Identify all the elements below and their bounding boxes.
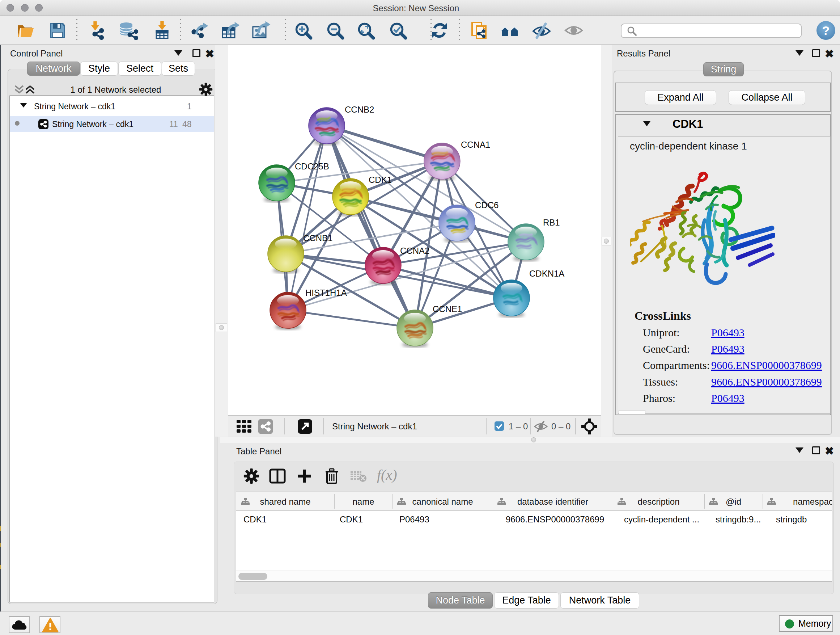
svg-text:RB1: RB1 bbox=[543, 218, 560, 227]
svg-text:CCNE1: CCNE1 bbox=[433, 304, 462, 314]
svg-text:CCNA1: CCNA1 bbox=[461, 140, 490, 149]
svg-text:CDC25B: CDC25B bbox=[295, 162, 329, 171]
svg-text:HIST1H1A: HIST1H1A bbox=[305, 288, 347, 298]
svg-text:CCNB2: CCNB2 bbox=[345, 105, 374, 114]
svg-text:CDKN1A: CDKN1A bbox=[529, 269, 564, 279]
svg-text:CCNB1: CCNB1 bbox=[303, 233, 332, 243]
svg-text:CDK1: CDK1 bbox=[369, 175, 392, 185]
svg-text:CDC6: CDC6 bbox=[475, 200, 499, 210]
svg-text:CCNA2: CCNA2 bbox=[400, 246, 429, 256]
svg-text:?: ? bbox=[822, 24, 830, 37]
